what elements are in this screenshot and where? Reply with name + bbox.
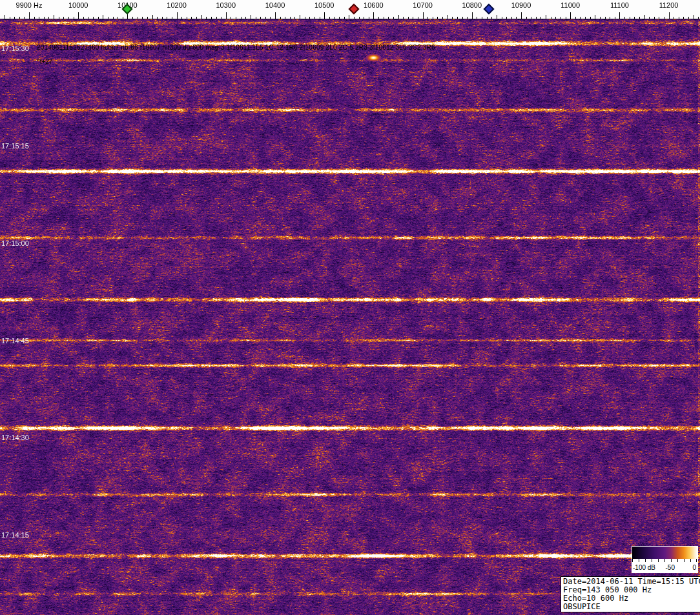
freq-tick-label: 10700 [413, 1, 433, 9]
time-axis-label: 17:15:30 [1, 45, 29, 52]
freq-tick-label: 10400 [265, 1, 285, 9]
freq-tick-label: 11200 [659, 1, 679, 9]
freq-tick-label: 11100 [610, 1, 629, 9]
event-annotation: 20140611151527460 hchit7 nb-86 f10607 hi… [37, 44, 435, 51]
colorbar-label-mid: -50 [666, 564, 675, 571]
time-axis-label: 17:14:45 [1, 337, 29, 345]
colorbar-label-max: 0 [692, 564, 696, 571]
colorbar-label-min: -100 dB [633, 564, 655, 571]
time-correction-annotation: ^t+27 [37, 58, 52, 65]
freq-tick-label: 10000 [68, 1, 88, 9]
color-scale: -100 dB -50 0 [632, 546, 698, 573]
freq-tick-label: 10300 [216, 1, 236, 9]
time-axis-label: 17:15:00 [1, 239, 29, 247]
time-axis-label: 17:14:30 [1, 434, 29, 441]
freq-tick-label: 10900 [511, 1, 531, 9]
freq-tick-label: 10500 [314, 1, 335, 9]
spectrogram-canvas [0, 19, 700, 615]
info-box: Date=2014-06-11 Time=15:15 UTCFreq=143 0… [561, 576, 700, 612]
spectrogram-area: 20140611151527460 hchit7 nb-86 f10607 hi… [0, 19, 700, 615]
freq-tick-label: 10200 [167, 1, 187, 9]
freq-tick-label: 10800 [462, 1, 482, 9]
freq-tick-label: 11000 [561, 1, 580, 9]
frequency-ruler: 9900 Hz100001010010200103001040010500106… [0, 0, 700, 19]
freq-tick-label: 9900 Hz [16, 1, 43, 9]
colorbar-canvas [632, 547, 697, 563]
freq-tick-label: 10600 [364, 1, 384, 9]
time-axis-label: 17:15:15 [1, 142, 29, 150]
time-axis-label: 17:14:15 [1, 531, 29, 539]
info-line: OBSUPICE [563, 603, 700, 611]
spectrogram-window: 9900 Hz100001010010200103001040010500106… [0, 0, 700, 615]
